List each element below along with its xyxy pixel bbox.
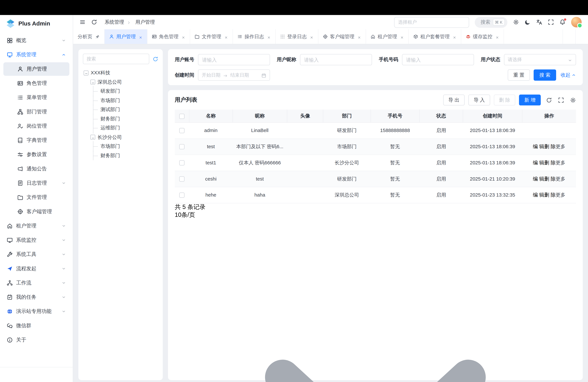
notifications-icon[interactable] — [560, 19, 566, 25]
search-button[interactable]: 搜 索 — [534, 69, 556, 81]
sidebar-item-16[interactable]: 流程发起 — [3, 262, 69, 276]
tree-node-8[interactable]: 市场部门 — [83, 142, 158, 151]
sidebar-item-13[interactable]: 租户管理 — [3, 219, 69, 233]
delete-button[interactable]: 删 除 — [544, 175, 556, 182]
row-checkbox[interactable] — [179, 144, 185, 149]
delete-button[interactable]: 删 除 — [544, 159, 556, 166]
more-link[interactable]: 更多 — [556, 160, 566, 165]
tab-1[interactable]: 用户管理 — [105, 29, 147, 44]
add-button[interactable]: 新 增 — [519, 95, 541, 106]
tab-0[interactable]: 分析页 — [73, 29, 105, 44]
tree-node-9[interactable]: 财务部门 — [83, 151, 158, 160]
delete-button[interactable]: 删 除 — [544, 191, 556, 198]
status-switch[interactable]: 启用 — [436, 144, 446, 149]
tenant-select-input[interactable] — [394, 17, 469, 28]
table-row[interactable]: hehehaha深圳总公司暂无启用2025-01-23 13:32:35编 辑删… — [175, 187, 576, 203]
table-row[interactable]: adminLinaBell研发部门15888888888启用2025-01-13… — [175, 122, 576, 139]
status-switch[interactable]: 启用 — [436, 192, 446, 197]
tabs-dropdown-button[interactable] — [563, 29, 575, 44]
tree-node-1[interactable]: 深圳总公司 — [83, 77, 158, 86]
table-fullscreen-icon[interactable] — [558, 97, 564, 103]
filter-input-1[interactable] — [300, 54, 372, 65]
tab-3[interactable]: 文件管理 — [190, 29, 233, 44]
user-avatar-button[interactable] — [571, 17, 582, 27]
sidebar-item-10[interactable]: 日志管理 — [3, 176, 69, 190]
close-icon[interactable] — [267, 35, 271, 38]
close-icon[interactable] — [400, 35, 404, 38]
breadcrumb-item-system[interactable]: 系统管理 — [103, 19, 124, 25]
tab-8[interactable]: 租户套餐管理 — [409, 29, 461, 44]
sidebar-item-11[interactable]: 文件管理 — [3, 191, 69, 204]
sidebar-item-2[interactable]: 用户管理 — [3, 62, 69, 76]
edit-button[interactable]: 编 辑 — [533, 191, 544, 198]
row-checkbox[interactable] — [179, 193, 185, 198]
close-icon[interactable] — [181, 35, 185, 38]
settings-icon[interactable] — [513, 19, 519, 25]
tree-search-input[interactable] — [83, 54, 149, 64]
tree-node-4[interactable]: 测试部门 — [83, 105, 158, 114]
sidebar-item-20[interactable]: 微信群 — [3, 319, 69, 333]
collapse-filter-link[interactable]: 收起 — [561, 72, 576, 78]
sidebar-item-21[interactable]: 关于 — [3, 333, 69, 347]
tab-7[interactable]: 租户管理 — [366, 29, 409, 44]
sidebar-item-5[interactable]: 部门管理 — [3, 105, 69, 119]
status-switch[interactable]: 启用 — [436, 127, 446, 133]
tree-node-3[interactable]: 市场部门 — [83, 96, 158, 105]
sidebar-item-14[interactable]: 系统监控 — [3, 233, 69, 247]
table-row[interactable]: test1仅本人 密码666666长沙分公司暂无启用2025-01-13 18:… — [175, 155, 576, 171]
tree-node-5[interactable]: 财务部门 — [83, 114, 158, 123]
reset-button[interactable]: 重 置 — [508, 69, 530, 81]
more-link[interactable]: 更多 — [556, 192, 566, 197]
dark-mode-icon[interactable] — [525, 19, 531, 25]
filter-input-0[interactable] — [198, 54, 270, 65]
status-switch[interactable]: 启用 — [436, 176, 446, 181]
sidebar-item-15[interactable]: 系统工具 — [3, 248, 69, 261]
global-search[interactable]: 搜索 ⌘ K — [475, 17, 507, 28]
sidebar-item-7[interactable]: 字典管理 — [3, 134, 69, 147]
sidebar-item-9[interactable]: 通知公告 — [3, 162, 69, 176]
edit-button[interactable]: 编 辑 — [533, 159, 544, 166]
tab-4[interactable]: 操作日志 — [233, 29, 276, 44]
table-row[interactable]: ceshitest研发部门暂无启用2025-01-21 10:20:39编 辑删… — [175, 171, 576, 187]
close-icon[interactable] — [495, 35, 499, 38]
select-all-checkbox[interactable] — [179, 114, 184, 119]
date-range-picker[interactable]: 开始日期 结束日期 — [198, 69, 270, 81]
sidebar-item-4[interactable]: 菜单管理 — [3, 91, 69, 105]
close-icon[interactable] — [453, 35, 456, 38]
sidebar-item-18[interactable]: 我的任务 — [3, 291, 69, 304]
sidebar-item-1[interactable]: 系统管理 — [3, 48, 69, 62]
tree-node-7[interactable]: 长沙分公司 — [83, 133, 158, 142]
row-checkbox[interactable] — [179, 160, 185, 166]
tree-expand-toggle[interactable] — [84, 70, 88, 75]
refresh-table-icon[interactable] — [546, 97, 552, 103]
language-icon[interactable] — [536, 19, 542, 25]
table-settings-icon[interactable] — [570, 97, 576, 103]
tabs-fullscreen-button[interactable] — [575, 29, 588, 44]
sidebar-item-0[interactable]: 概览 — [3, 34, 69, 47]
close-icon[interactable] — [357, 35, 361, 38]
close-icon[interactable] — [139, 35, 142, 38]
app-logo[interactable]: Plus Admin — [0, 15, 73, 32]
delete-selected-button[interactable]: 删 除 — [494, 95, 515, 106]
refresh-page-icon[interactable] — [91, 19, 97, 25]
filter-select-3[interactable]: 请选择 — [504, 54, 576, 65]
tab-6[interactable]: 客户端管理 — [318, 29, 366, 44]
tree-node-0[interactable]: XXX科技 — [83, 68, 158, 77]
tree-node-2[interactable]: 研发部门 — [83, 87, 158, 96]
tree-refresh-icon[interactable] — [152, 56, 158, 62]
row-checkbox[interactable] — [179, 176, 185, 182]
delete-button[interactable]: 删 除 — [544, 143, 556, 150]
status-switch[interactable]: 启用 — [436, 160, 446, 165]
filter-input-2[interactable] — [402, 54, 474, 65]
row-checkbox[interactable] — [179, 128, 185, 133]
tab-5[interactable]: 登录日志 — [276, 29, 318, 44]
export-button[interactable]: 导 出 — [443, 95, 465, 106]
page-size-select[interactable]: 10条/页 — [175, 211, 576, 382]
tab-2[interactable]: 角色管理 — [147, 29, 190, 44]
sidebar-item-19[interactable]: 演示站专用功能 — [3, 305, 69, 318]
sidebar-item-6[interactable]: 岗位管理 — [3, 119, 69, 133]
fullscreen-icon[interactable] — [548, 19, 554, 25]
tree-node-6[interactable]: 运维部门 — [83, 124, 158, 133]
import-button[interactable]: 导 入 — [468, 95, 490, 106]
edit-button[interactable]: 编 辑 — [533, 143, 544, 150]
